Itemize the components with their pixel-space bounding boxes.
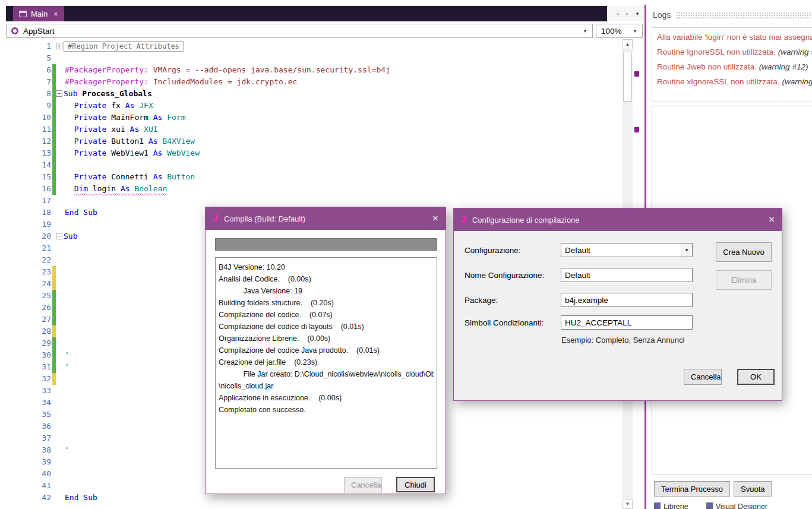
code-line[interactable]: 22 xyxy=(6,254,65,266)
code-line[interactable]: 30' xyxy=(6,349,69,361)
line-number[interactable]: 38 xyxy=(6,444,51,456)
code-line[interactable]: 10 Private MainForm As Form xyxy=(6,112,186,124)
next-tab-icon[interactable]: ► xyxy=(625,11,630,17)
scroll-up-icon[interactable]: ▲ xyxy=(623,39,633,49)
line-number[interactable]: 26 xyxy=(6,302,51,314)
line-number[interactable]: 20 xyxy=(6,230,51,242)
collapse-region-icon[interactable]: − xyxy=(56,90,62,97)
code-line[interactable]: 14 xyxy=(6,159,65,171)
line-number[interactable]: 31 xyxy=(6,361,51,373)
code-line[interactable]: 25 xyxy=(6,290,65,302)
line-number[interactable]: 23 xyxy=(6,266,51,278)
line-number[interactable]: 16 xyxy=(6,183,51,195)
code-line[interactable]: 27 xyxy=(6,314,65,325)
module-selector[interactable]: AppStart ▼ xyxy=(6,24,593,38)
prev-tab-icon[interactable]: ◄ xyxy=(615,11,620,17)
line-number[interactable]: 19 xyxy=(6,219,51,230)
line-number[interactable]: 10 xyxy=(6,112,51,124)
close-icon[interactable]: × xyxy=(769,214,775,226)
bookmark-marker[interactable] xyxy=(634,127,639,132)
line-number[interactable]: 6 xyxy=(6,64,51,76)
cancel-button[interactable]: Cancella xyxy=(684,369,722,385)
line-number[interactable]: 36 xyxy=(6,421,51,432)
clear-logs-button[interactable]: Svuota xyxy=(734,481,772,497)
tab-list-icon[interactable]: ▼ xyxy=(635,11,640,17)
ok-button[interactable]: OK xyxy=(737,369,775,385)
close-button[interactable]: Chiudi xyxy=(396,477,435,492)
line-number[interactable]: 8 xyxy=(6,88,51,100)
line-number[interactable]: 15 xyxy=(6,171,51,183)
code-line[interactable]: 1+#Region Project Attributes xyxy=(6,40,184,52)
line-number[interactable]: 11 xyxy=(6,124,51,135)
panel-tab[interactable]: Visual Designer xyxy=(706,502,767,509)
line-number[interactable]: 42 xyxy=(6,492,51,504)
code-line[interactable]: 8−Sub Process_Globals xyxy=(6,88,152,100)
line-number[interactable]: 9 xyxy=(6,100,51,112)
package-input[interactable] xyxy=(561,293,693,307)
code-line[interactable]: 29 xyxy=(6,337,65,349)
code-line[interactable]: 7#PackagerProperty: IncludedModules = jd… xyxy=(6,76,297,88)
line-number[interactable]: 41 xyxy=(6,480,51,492)
line-number[interactable]: 27 xyxy=(6,314,51,325)
terminate-process-button[interactable]: Termina Processo xyxy=(654,481,730,497)
panel-tab[interactable]: Librerie xyxy=(654,502,688,509)
log-warning[interactable]: Routine Jweb non utilizzata. (warning #1… xyxy=(652,59,812,74)
line-number[interactable]: 37 xyxy=(6,432,51,444)
log-warning[interactable]: Routine IgnoreSSL non utilizzata. (warni… xyxy=(652,45,812,59)
create-new-button[interactable]: Crea Nuovo xyxy=(716,242,772,262)
line-number[interactable]: 18 xyxy=(6,207,51,219)
code-line[interactable]: 18End Sub xyxy=(6,207,97,219)
close-icon[interactable]: × xyxy=(432,213,438,225)
log-warning[interactable]: Routine xIgnoreSSL non utilizzata. (warn… xyxy=(652,74,812,89)
code-line[interactable]: 19 xyxy=(6,219,65,230)
configuration-select[interactable]: Default ▼ xyxy=(561,243,693,257)
line-number[interactable]: 29 xyxy=(6,337,51,349)
bookmark-marker[interactable] xyxy=(634,71,639,77)
code-line[interactable]: 35 xyxy=(6,409,65,421)
line-number[interactable]: 33 xyxy=(6,385,51,397)
code-line[interactable]: 9 Private fx As JFX xyxy=(6,100,153,112)
zoom-selector[interactable]: 100% ▼ xyxy=(596,24,643,38)
code-line[interactable]: 12 Private Button1 As B4XView xyxy=(6,135,195,147)
line-number[interactable]: 5 xyxy=(6,52,51,64)
collapsed-region[interactable]: #Region Project Attributes xyxy=(64,41,184,52)
conditional-symbols-input[interactable] xyxy=(561,315,693,330)
line-number[interactable]: 7 xyxy=(6,76,51,88)
code-line[interactable]: 5 xyxy=(6,52,65,64)
code-line[interactable]: 36 xyxy=(6,421,65,432)
expand-region-icon[interactable]: + xyxy=(56,43,62,49)
tab-main[interactable]: Main × xyxy=(13,6,64,21)
line-number[interactable]: 30 xyxy=(6,349,51,361)
line-number[interactable]: 32 xyxy=(6,373,51,385)
code-line[interactable]: 28 xyxy=(6,325,65,337)
line-number[interactable]: 17 xyxy=(6,195,51,207)
line-number[interactable]: 12 xyxy=(6,135,51,147)
code-line[interactable]: 33 xyxy=(6,385,65,397)
scroll-down-icon[interactable]: ▼ xyxy=(623,499,633,509)
code-line[interactable]: 38' xyxy=(6,444,69,456)
line-number[interactable]: 39 xyxy=(6,456,51,468)
collapse-region-icon[interactable]: − xyxy=(56,233,62,239)
code-line[interactable]: 41 xyxy=(6,480,65,492)
code-line[interactable]: 31' xyxy=(6,361,69,373)
code-line[interactable]: 15 Private Connetti As Button xyxy=(6,171,195,183)
line-number[interactable]: 1 xyxy=(6,40,51,52)
line-number[interactable]: 35 xyxy=(6,409,51,421)
code-line[interactable]: 11 Private xui As XUI xyxy=(6,124,158,135)
line-number[interactable]: 14 xyxy=(6,159,51,171)
line-number[interactable]: 21 xyxy=(6,242,51,254)
line-number[interactable]: 24 xyxy=(6,278,51,290)
line-number[interactable]: 28 xyxy=(6,325,51,337)
close-icon[interactable]: × xyxy=(53,10,58,18)
code-line[interactable]: 34 xyxy=(6,397,65,409)
line-number[interactable]: 22 xyxy=(6,254,51,266)
code-line[interactable]: 16 Dim login As Boolean xyxy=(6,183,167,195)
code-line[interactable]: 23 xyxy=(6,266,65,278)
code-line[interactable]: 13 Private WebView1 As WebView xyxy=(6,147,200,159)
code-line[interactable]: 37 xyxy=(6,432,65,444)
code-line[interactable]: 17 xyxy=(6,195,65,207)
code-line[interactable]: 39 xyxy=(6,456,65,468)
scrollbar-thumb[interactable] xyxy=(623,52,632,102)
line-number[interactable]: 13 xyxy=(6,147,51,159)
dialog-titlebar[interactable]: J Configurazione di compilazione × xyxy=(454,208,782,231)
